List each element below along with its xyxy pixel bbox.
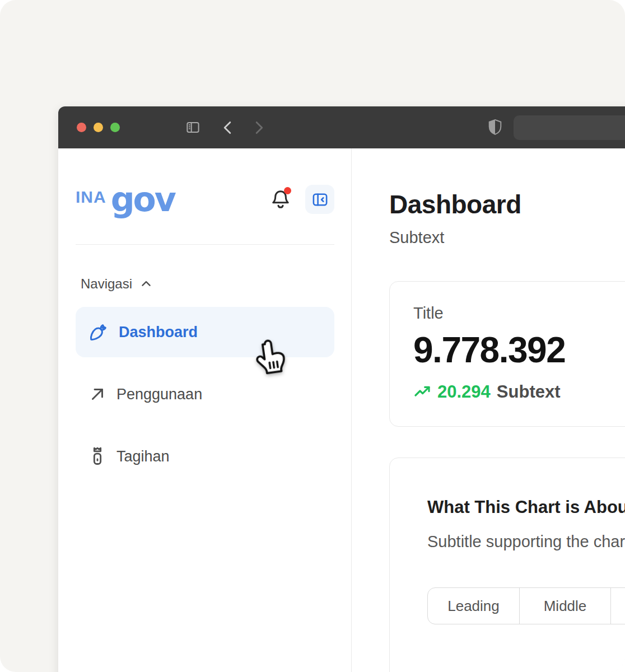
ina-gov-logo: INA gov [76,184,175,215]
carrot-icon [88,321,109,343]
page-title: Dashboard [389,189,625,220]
nav-section-header[interactable]: Navigasi [76,276,334,292]
browser-sidebar-toggle-icon[interactable] [185,120,200,135]
sidebar-item-label: Penggunaan [116,386,202,403]
browser-titlebar [58,106,625,148]
sidebar-item-penggunaan[interactable]: Penggunaan [76,369,334,419]
back-icon[interactable] [222,121,233,134]
sidebar-item-label: Tagihan [116,448,170,465]
stat-card-value: 9.778.392 [413,329,625,371]
main-content: Dashboard Subtext Title 9.778.392 20.294… [352,148,625,672]
segmented-control: Leading Middle Middle [427,587,625,624]
sidebar-collapse-button[interactable] [305,185,334,214]
stat-delta-suffix: Subtext [497,382,561,402]
shield-icon[interactable] [488,119,502,136]
trending-up-icon [413,383,431,401]
segment-middle-2[interactable]: Middle [610,588,625,624]
close-window-button[interactable] [77,123,86,132]
segment-middle[interactable]: Middle [519,588,610,624]
torch-icon [88,446,107,467]
logo-name: gov [111,184,175,215]
chart-card-subtitle: Subtitle supporting the chart [427,533,625,551]
collapse-panel-icon [311,191,329,208]
chevron-up-icon [139,277,153,291]
window-controls [77,123,120,132]
sidebar-item-label: Dashboard [119,324,198,341]
arrow-up-right-icon [88,385,107,404]
sidebar-divider [76,244,334,245]
logo-prefix: INA [76,188,106,207]
browser-window: INA gov [58,106,625,672]
sidebar-item-tagihan[interactable]: Tagihan [76,431,334,482]
notifications-button[interactable] [270,188,291,211]
page-subtitle: Subtext [389,228,625,247]
stat-card-label: Title [413,304,625,323]
nav-section-label: Navigasi [81,276,132,292]
minimize-window-button[interactable] [94,123,103,132]
stat-delta-value: 20.294 [437,382,491,402]
chart-card: What This Chart is About Subtitle suppor… [389,458,625,672]
app-sidebar: INA gov [58,148,352,672]
segment-leading[interactable]: Leading [428,588,519,624]
screenshot-background: INA gov [0,0,625,672]
notification-badge [284,187,291,194]
stat-card: Title 9.778.392 20.294 Subtext [389,281,625,427]
chart-card-title: What This Chart is About [427,497,625,517]
forward-icon[interactable] [254,121,265,134]
sidebar-nav: Dashboard Penggunaan [76,307,334,482]
zoom-window-button[interactable] [110,123,120,132]
sidebar-item-dashboard[interactable]: Dashboard [76,307,334,357]
address-bar[interactable] [514,115,625,140]
